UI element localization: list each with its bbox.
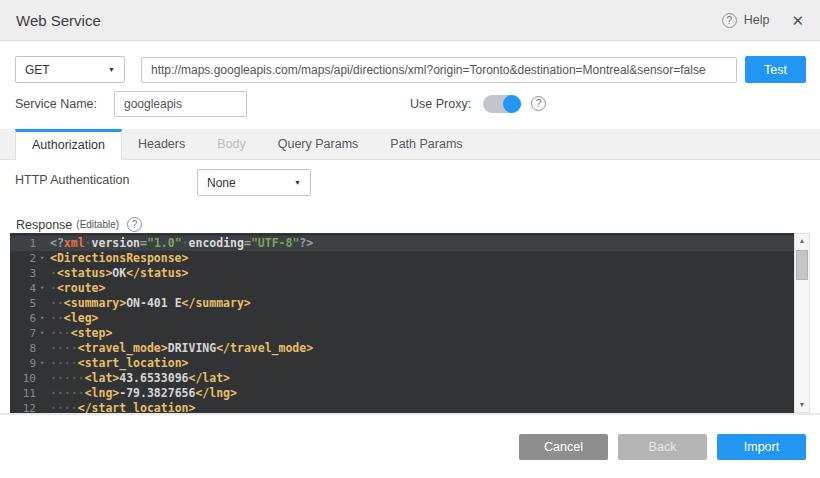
response-question-icon[interactable]: ?: [127, 217, 142, 232]
code-line: 11·····<lng>-79.3827656</lng>: [10, 386, 794, 401]
tab-bar: AuthorizationHeadersBodyQuery ParamsPath…: [0, 129, 820, 160]
tab-headers[interactable]: Headers: [122, 129, 201, 160]
help-link[interactable]: Help: [744, 13, 770, 27]
code-line: 9▾····<start_location>: [10, 356, 794, 371]
fold-gutter: [36, 386, 48, 401]
fold-arrow-icon[interactable]: ▾: [36, 326, 48, 341]
scroll-down-icon[interactable]: ▼: [795, 398, 809, 412]
use-proxy-label: Use Proxy:: [410, 97, 471, 111]
fold-arrow-icon[interactable]: ▾: [36, 311, 48, 326]
http-method-select[interactable]: GET ▼: [15, 56, 125, 83]
fold-gutter: [36, 371, 48, 386]
http-authentication-select[interactable]: None ▼: [197, 169, 311, 196]
import-button[interactable]: Import: [717, 434, 806, 460]
response-label-row: Response (Editable) ?: [16, 217, 142, 232]
test-button[interactable]: Test: [745, 56, 806, 83]
chevron-down-icon: ▼: [108, 66, 115, 73]
scrollbar-track[interactable]: [795, 248, 809, 398]
line-number: 11: [10, 386, 36, 401]
code-text: <DirectionsResponse>: [48, 251, 188, 266]
close-icon[interactable]: ✕: [791, 13, 804, 28]
code-line: 4▾·<route>: [10, 281, 794, 296]
fold-gutter: [36, 341, 48, 356]
fold-gutter: [36, 296, 48, 311]
line-number: 2: [10, 251, 36, 266]
code-line: 7▾···<step>: [10, 326, 794, 341]
cancel-button[interactable]: Cancel: [519, 434, 608, 460]
code-line: 12····</start_location>: [10, 401, 794, 413]
code-text: ··<summary>ON-401 E</summary>: [48, 296, 251, 311]
fold-gutter: [36, 266, 48, 281]
dialog-content: GET ▼ Test Service Name: Use Proxy: ? Au…: [0, 41, 820, 413]
code-text: ····</start_location>: [48, 401, 195, 413]
tab-authorization[interactable]: Authorization: [15, 129, 122, 160]
response-editable-note: (Editable): [76, 219, 119, 230]
tab-path-params[interactable]: Path Params: [374, 129, 478, 160]
service-name-row: Service Name: Use Proxy: ?: [15, 90, 806, 117]
http-method-value: GET: [25, 63, 50, 77]
response-label: Response: [16, 218, 72, 232]
code-text: ·····<lng>-79.3827656</lng>: [48, 386, 237, 401]
code-line: 3·<status>OK</status>: [10, 266, 794, 281]
request-row: GET ▼ Test: [15, 56, 806, 83]
fold-arrow-icon[interactable]: ▾: [36, 281, 48, 296]
code-text: ·<status>OK</status>: [48, 266, 189, 281]
fold-arrow-icon[interactable]: ▾: [36, 356, 48, 371]
code-line: 5··<summary>ON-401 E</summary>: [10, 296, 794, 311]
toggle-knob: [503, 95, 521, 113]
line-number: 3: [10, 266, 36, 281]
http-authentication-row: HTTP Authentication: [15, 173, 129, 187]
url-input[interactable]: [141, 57, 737, 83]
line-number: 4: [10, 281, 36, 296]
code-text: <?xml·version="1.0"·encoding="UTF-8"?>: [48, 236, 313, 251]
code-text: ·····<lat>43.6533096</lat>: [48, 371, 230, 386]
editor-scrollbar[interactable]: ▲ ▼: [794, 233, 810, 413]
scroll-up-icon[interactable]: ▲: [795, 234, 809, 248]
code-line: 8····<travel_mode>DRIVING</travel_mode>: [10, 341, 794, 356]
code-text: ··<leg>: [48, 311, 98, 326]
web-service-dialog: Web Service ? Help ✕ GET ▼ Test Service …: [0, 0, 820, 478]
tab-query-params[interactable]: Query Params: [262, 129, 375, 160]
chevron-down-icon: ▼: [294, 179, 301, 186]
footer-bar: CancelBackImport: [0, 415, 820, 478]
scrollbar-thumb[interactable]: [796, 250, 808, 280]
code-area[interactable]: 1<?xml·version="1.0"·encoding="UTF-8"?>2…: [10, 233, 794, 413]
page-title: Web Service: [16, 12, 101, 29]
code-text: ····<start_location>: [48, 356, 188, 371]
back-button[interactable]: Back: [618, 434, 707, 460]
code-text: ···<step>: [48, 326, 112, 341]
service-name-input[interactable]: [114, 91, 247, 117]
line-number: 5: [10, 296, 36, 311]
code-line: 1<?xml·version="1.0"·encoding="UTF-8"?>: [10, 236, 794, 251]
service-name-label: Service Name:: [15, 97, 97, 111]
line-number: 1: [10, 236, 36, 251]
line-number: 10: [10, 371, 36, 386]
use-proxy-group: Use Proxy: ?: [410, 95, 546, 113]
tab-body: Body: [201, 129, 262, 160]
code-line: 10·····<lat>43.6533096</lat>: [10, 371, 794, 386]
line-number: 6: [10, 311, 36, 326]
help-question-icon[interactable]: ?: [722, 13, 737, 28]
dialog-header: Web Service ? Help ✕: [0, 0, 820, 41]
code-line: 2▾<DirectionsResponse>: [10, 251, 794, 266]
code-text: ····<travel_mode>DRIVING</travel_mode>: [48, 341, 313, 356]
code-line: 6▾··<leg>: [10, 311, 794, 326]
fold-gutter: [36, 236, 48, 251]
http-authentication-label: HTTP Authentication: [15, 173, 129, 187]
line-number: 12: [10, 401, 36, 413]
fold-gutter: [36, 401, 48, 413]
line-number: 7: [10, 326, 36, 341]
use-proxy-toggle[interactable]: [483, 95, 521, 113]
response-editor[interactable]: 1<?xml·version="1.0"·encoding="UTF-8"?>2…: [10, 233, 810, 413]
line-number: 8: [10, 341, 36, 356]
proxy-question-icon[interactable]: ?: [531, 96, 546, 111]
http-authentication-value: None: [207, 176, 236, 190]
fold-arrow-icon[interactable]: ▾: [36, 251, 48, 266]
line-number: 9: [10, 356, 36, 371]
code-text: ·<route>: [48, 281, 105, 296]
